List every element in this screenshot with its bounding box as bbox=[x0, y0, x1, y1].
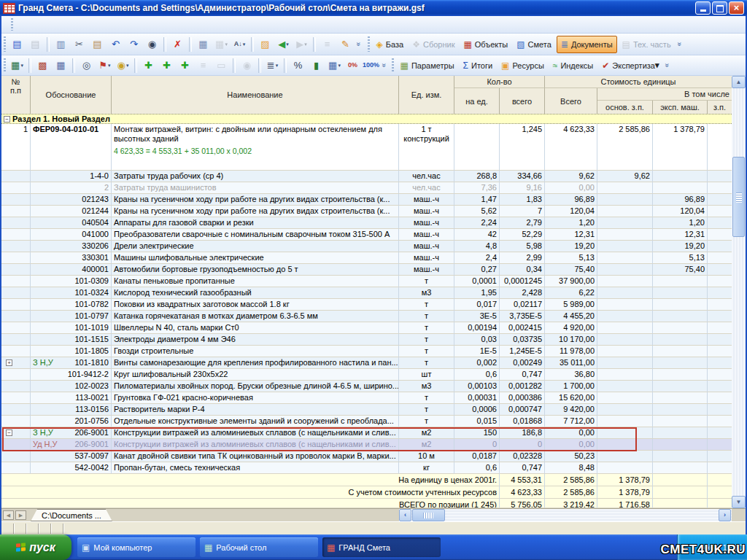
group-button[interactable]: ▭ bbox=[213, 58, 230, 74]
table-row[interactable]: 537-0097 Канат двойной свивки типа ТК оц… bbox=[1, 451, 732, 462]
col-header-unit-cost[interactable]: Стоимость единицы bbox=[545, 76, 732, 88]
menu-elements[interactable] bbox=[68, 23, 81, 27]
col-header-including[interactable]: В том числе bbox=[597, 88, 732, 101]
cut-button[interactable]: ✂ bbox=[71, 36, 88, 52]
title-bar[interactable]: Гранд Смета - C:\Documents and Settings\… bbox=[0, 0, 747, 16]
dropdown-arrow-icon[interactable]: ▾ bbox=[20, 63, 23, 69]
paste-button[interactable]: ▤ bbox=[89, 36, 106, 52]
table-row[interactable]: 021243 Краны на гусеничном ходу при рабо… bbox=[1, 194, 732, 206]
tree-toggle-icon[interactable]: − bbox=[6, 429, 12, 436]
menu-document[interactable] bbox=[55, 23, 68, 27]
table-row[interactable]: 542-0042 Пропан-бутан, смесь техническая… bbox=[1, 462, 732, 474]
horizontal-scroll-thumb[interactable] bbox=[412, 509, 445, 521]
table-row[interactable]: 101-0797 Катанка горячекатаная в мотках … bbox=[1, 311, 732, 322]
taskbar-grand-smeta[interactable]: ▦ ГРАНД Смета bbox=[322, 537, 441, 557]
table-row[interactable]: 040504 Аппараты для газовой сварки и рез… bbox=[1, 217, 732, 229]
menu-view[interactable] bbox=[42, 23, 55, 27]
properties-button[interactable]: ▦ bbox=[195, 36, 212, 52]
taskbar-desktop[interactable]: ▦ Рабочий стол bbox=[200, 537, 318, 557]
parameters-button[interactable]: ▦ Параметры bbox=[397, 58, 458, 74]
table-row[interactable]: 101-1805 Гвозди строительные т 1Е-5 1,24… bbox=[1, 346, 732, 357]
toolbar-grip[interactable] bbox=[4, 36, 6, 51]
minimize-button[interactable] bbox=[695, 1, 711, 15]
smeta-button[interactable]: ▧ Смета bbox=[513, 36, 555, 52]
toolbar-grip[interactable] bbox=[368, 36, 370, 51]
resources-button[interactable]: ▣ Ресурсы bbox=[498, 58, 548, 74]
col-header-justification[interactable]: Обоснование bbox=[31, 76, 112, 114]
note-button[interactable]: ✎ bbox=[337, 36, 354, 52]
menu-service[interactable] bbox=[94, 23, 107, 27]
dots-grid-button[interactable]: ▩ bbox=[34, 58, 51, 74]
position-row[interactable]: 1 ФЕР09-04-010-01 Монтаж витражей, витри… bbox=[1, 124, 732, 171]
toolbar-overflow-icon[interactable]: » bbox=[664, 63, 672, 68]
table-row[interactable]: Уд Н,У206-9001 Конструкции витражей из а… bbox=[1, 439, 732, 451]
move-row-button[interactable]: ≡ bbox=[195, 58, 212, 74]
totals-button[interactable]: Σ Итоги bbox=[460, 58, 497, 74]
expertise-button[interactable]: ✔ Экспертиза ▾ bbox=[598, 58, 662, 74]
redo-button[interactable]: ↷ bbox=[125, 36, 142, 52]
toolbar-overflow-icon[interactable]: » bbox=[676, 42, 684, 47]
menu-references[interactable] bbox=[81, 23, 94, 27]
dropdown-arrow-icon[interactable]: ▾ bbox=[338, 63, 341, 69]
dropdown-arrow-icon[interactable]: ▾ bbox=[243, 42, 246, 47]
toolbar-overflow-icon[interactable]: » bbox=[380, 63, 388, 68]
menu-file[interactable] bbox=[15, 23, 28, 27]
table-row[interactable]: 400001 Автомобили бортовые грузоподъемно… bbox=[1, 264, 732, 276]
restore-button[interactable] bbox=[712, 1, 727, 15]
toolbar-button[interactable] bbox=[313, 37, 316, 52]
table-row[interactable]: 330206 Дрели электрические маш.-ч 4,8 5,… bbox=[1, 241, 732, 252]
table-row[interactable]: 101-1515 Электроды диаметром 4 мм Э46 т … bbox=[1, 334, 732, 346]
add-resource-button[interactable]: ✚ bbox=[177, 58, 193, 74]
full-percent-button[interactable]: 100% bbox=[363, 58, 379, 74]
scroll-right-icon[interactable]: › bbox=[719, 509, 731, 521]
col-header-qty-group[interactable]: Кол-во bbox=[454, 76, 545, 88]
col-header-qty-total[interactable]: всего bbox=[500, 88, 545, 114]
start-button[interactable]: пуск bbox=[0, 534, 71, 560]
menu-window[interactable] bbox=[107, 23, 120, 27]
sort-button[interactable]: А↓▾ bbox=[231, 36, 248, 52]
toolbar-grip[interactable] bbox=[11, 18, 13, 30]
toolbar-grip[interactable] bbox=[392, 58, 394, 72]
toolbar-button[interactable] bbox=[28, 58, 31, 73]
add-section-button[interactable]: ✚ bbox=[158, 58, 175, 74]
folder-up-button[interactable]: ▨ bbox=[257, 36, 274, 52]
calculator-button[interactable]: ▦ bbox=[53, 58, 69, 74]
table-row[interactable]: 1-4-0 Затраты труда рабочих (ср 4) чел.ч… bbox=[1, 171, 732, 182]
toolbar-button[interactable] bbox=[47, 37, 50, 52]
tech-part-button[interactable]: ▤ Тех. часть bbox=[619, 36, 675, 52]
col-header-unit[interactable]: Ед. изм. bbox=[399, 76, 454, 114]
add-position-button[interactable]: ✚ bbox=[140, 58, 157, 74]
save-button[interactable]: ▤ bbox=[9, 36, 26, 52]
save-all-button[interactable]: ▤ bbox=[27, 36, 44, 52]
col-header-total[interactable]: Всего bbox=[545, 88, 597, 114]
table-view-button[interactable]: ▦▾ bbox=[213, 36, 230, 52]
position-flag-button[interactable]: ⚑▾ bbox=[96, 58, 113, 74]
sbornik-button[interactable]: ❖ Сборник bbox=[409, 36, 458, 52]
delete-button[interactable]: ✗ bbox=[169, 36, 186, 52]
scroll-left-icon[interactable]: ‹ bbox=[399, 509, 411, 521]
documents-button[interactable]: ≣ Документы bbox=[557, 36, 617, 53]
toolbar-overflow-icon[interactable]: » bbox=[355, 42, 363, 47]
percent-button[interactable]: % bbox=[290, 58, 306, 74]
undo-button[interactable]: ↶ bbox=[107, 36, 124, 52]
vertical-scrollbar[interactable]: ▲ ▼ bbox=[732, 76, 746, 508]
calendar-button[interactable]: ▦▾ bbox=[326, 58, 343, 74]
col-header-per-unit[interactable]: на ед. bbox=[454, 88, 500, 114]
table-row[interactable]: 021244 Краны на гусеничном ходу при рабо… bbox=[1, 206, 732, 217]
excel-export-button[interactable]: ▦▾ bbox=[9, 58, 26, 74]
toolbar-button[interactable] bbox=[251, 37, 254, 52]
view-list-button[interactable]: ≣▾ bbox=[264, 58, 281, 74]
toolbar-button[interactable] bbox=[258, 58, 261, 73]
scroll-down-icon[interactable]: ▼ bbox=[732, 496, 746, 508]
tree-toggle-icon[interactable]: + bbox=[6, 359, 12, 366]
back-button[interactable]: ◀▾ bbox=[275, 36, 292, 52]
table-row[interactable]: − З Н,У206-9001 Конструкции витражей из … bbox=[1, 427, 732, 439]
table-row[interactable]: 101-0782 Поковки из квадратных заготовок… bbox=[1, 299, 732, 311]
toolbar-button[interactable] bbox=[284, 58, 287, 73]
indexes-button[interactable]: ≈ Индексы bbox=[549, 58, 597, 74]
table-row[interactable]: 201-0756 Отдельные конструктивные элемен… bbox=[1, 416, 732, 427]
forward-button[interactable]: ▶▾ bbox=[293, 36, 310, 52]
collapse-icon[interactable]: − bbox=[4, 116, 10, 122]
document-tab[interactable]: C:\Documents ... bbox=[31, 509, 112, 521]
taskbar-my-computer[interactable]: ▣ Мой компьютер bbox=[77, 537, 196, 557]
